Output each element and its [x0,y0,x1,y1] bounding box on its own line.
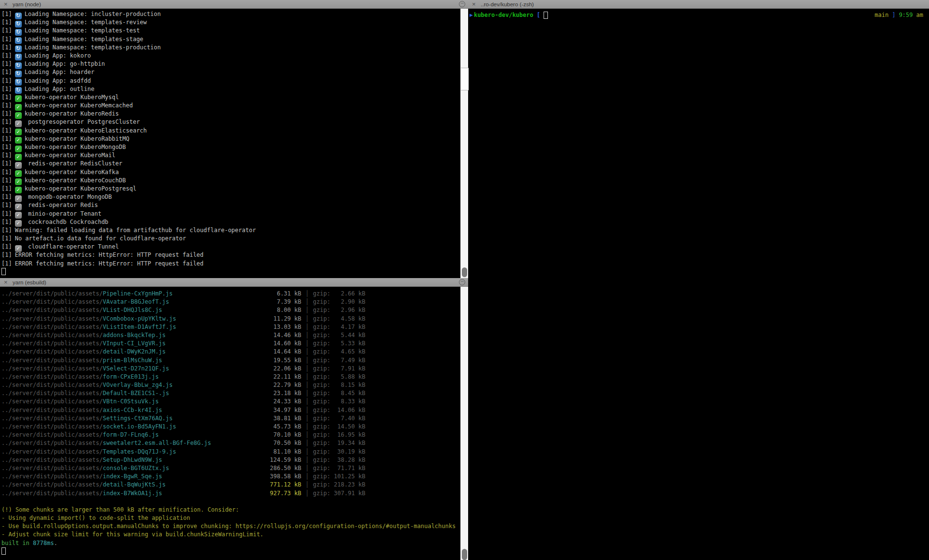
file-size: 8.00 kB [239,306,301,314]
log-line: [1]✓kubero-operator KuberoMysql [1,93,468,102]
file-path-prefix: ../server/dist/public/assets/ [1,348,103,355]
terminal-cursor[interactable] [544,12,548,19]
close-icon[interactable]: × [4,0,8,8]
file-path-prefix: ../server/dist/public/assets/ [1,490,103,497]
log-text: kubero-operator KuberoKafka [25,169,119,176]
file-name: form-CPxE013j.js [103,373,159,380]
file-path-prefix: ../server/dist/public/assets/ [1,448,103,455]
column-divider: │ [301,464,313,472]
file-name: VCombobox-pUpYKltw.js [103,315,177,322]
log-line: [1]✓ minio-operator Tenant [1,210,468,218]
file-row: ../server/dist/public/assets/index-BgwR_… [1,472,468,481]
file-gzip-size: gzip: 2.90 kB [313,298,365,306]
file-name: Pipeline-CxYgnHmP.js [103,290,173,297]
log-text: Loading App: asdfdd [25,77,91,84]
pane-menu-icon[interactable]: ··· [459,279,465,285]
file-gzip-size: gzip: 30.19 kB [313,448,365,456]
file-path-prefix: ../server/dist/public/assets/ [1,407,103,413]
log-line: [1]↻Loading Namespace: templates-review [1,18,468,27]
log-prefix: [1] [1,36,12,43]
check-green-icon: ✓ [15,170,22,177]
scrollbar-thumb[interactable] [462,267,467,277]
esbuild-pane-scrollbar[interactable] [460,287,468,560]
log-line: [1]✓kubero-operator KuberoMail [1,151,468,160]
file-name: detail-BqWujKtS.js [103,481,166,488]
file-size: 11.29 kB [239,315,301,323]
cursor-line [1,547,468,556]
log-line: [1]✓kubero-operator KuberoMemcached [1,102,468,110]
log-text: kubero-operator KuberoMongoDB [25,144,126,150]
log-line: [1]ERROR fetching metrics: HttpError: HT… [1,251,468,259]
file-size: 70.10 kB [239,431,301,439]
log-text: Loading App: go-httpbin [25,60,105,67]
file-path-cell: ../server/dist/public/assets/VAvatar-B8G… [1,298,239,306]
close-icon[interactable]: × [4,279,8,286]
log-text: kubero-operator KuberoRabbitMQ [25,135,130,142]
scrollbar-thumb-ghost[interactable] [461,68,469,90]
file-gzip-size: gzip: 4.58 kB [313,315,365,323]
column-divider: │ [301,489,313,498]
file-row: ../server/dist/public/assets/VOverlay-Bb… [1,381,468,389]
file-name: index-BgwR_Sqe.js [103,473,162,480]
prompt-bracket: [ [537,12,540,18]
column-divider: │ [301,290,313,298]
terminal-cursor[interactable] [1,268,6,275]
file-path-prefix: ../server/dist/public/assets/ [1,340,103,347]
terminal-cursor[interactable] [1,547,6,555]
file-row: ../server/dist/public/assets/addons-Bkqc… [1,331,468,339]
file-size: 927.73 kB [239,489,301,498]
file-name: console-BGT6UZtx.js [103,465,169,472]
log-prefix: [1] [1,94,12,101]
loading-icon: ↻ [15,29,22,36]
log-prefix: [1] [1,127,12,134]
log-text: mongodb-operator MongoDB [25,193,112,200]
file-path-cell: ../server/dist/public/assets/form-D7-FLn… [1,431,239,439]
log-text: kubero-operator KuberoElasticsearch [25,127,147,134]
file-path-prefix: ../server/dist/public/assets/ [1,473,103,480]
column-divider: │ [301,406,313,414]
file-gzip-size: gzip: 71.71 kB [313,464,365,472]
log-line: [1]Warning: failed loading data from art… [1,226,468,235]
node-pane-scrollbar[interactable] [460,9,468,278]
log-line: [1]↻Loading App: asdfdd [1,77,468,85]
zsh-pane-content[interactable]: ▶ kubero-dev/kubero [ main ] 9:59 am [468,9,929,560]
file-row: ../server/dist/public/assets/console-BGT… [1,464,468,472]
close-icon[interactable]: × [472,0,476,8]
log-prefix: [1] [1,110,12,117]
file-row: ../server/dist/public/assets/VListItem-D… [1,323,468,331]
column-divider: │ [301,481,313,489]
log-line: [1]✓ cloudflare-operator Tunnel [1,243,468,251]
file-path-prefix: ../server/dist/public/assets/ [1,423,103,430]
pane-menu-icon[interactable]: ··· [459,1,465,7]
log-text: kubero-operator KuberoPostgresql [25,185,136,192]
file-gzip-size: gzip: 14.06 kB [313,406,365,414]
file-path-cell: ../server/dist/public/assets/index-B7WkO… [1,489,239,498]
log-prefix: [1] [1,102,12,109]
file-path-cell: ../server/dist/public/assets/VOverlay-Bb… [1,381,239,389]
file-gzip-size: gzip: 19.34 kB [313,439,365,447]
log-prefix: [1] [1,44,12,51]
esbuild-pane-content[interactable]: ../server/dist/public/assets/Pipeline-Cx… [0,287,468,560]
file-path-cell: ../server/dist/public/assets/detail-DWyK… [1,348,239,356]
log-prefix: [1] [1,60,12,67]
file-name: prism-BlMsChuW.js [103,357,162,364]
file-row: ../server/dist/public/assets/sweetalert2… [1,439,468,447]
file-row: ../server/dist/public/assets/Templates-D… [1,448,468,456]
log-prefix: [1] [1,27,12,34]
file-gzip-size: gzip: 38.28 kB [313,456,365,464]
column-divider: │ [301,298,313,306]
file-path-prefix: ../server/dist/public/assets/ [1,390,103,397]
file-row: ../server/dist/public/assets/detail-BqWu… [1,481,468,489]
log-prefix: [1] [1,177,12,184]
log-prefix: [1] [1,160,12,167]
scrollbar-thumb[interactable] [462,549,467,560]
log-line: [1]✓kubero-operator KuberoRabbitMQ [1,135,468,143]
log-line: [1]↻Loading Namespace: templates-test [1,27,468,35]
log-line: [1]✓ postgresoperator PostgresCluster [1,118,468,126]
node-pane-content[interactable]: [1]↻Loading Namespace: incluster-product… [0,9,468,280]
column-divider: │ [301,456,313,464]
file-row: ../server/dist/public/assets/form-CPxE01… [1,373,468,381]
log-text: redis-operator RedisCluster [25,160,122,167]
log-prefix: [1] [1,118,12,125]
check-gray-icon: ✓ [15,162,22,169]
